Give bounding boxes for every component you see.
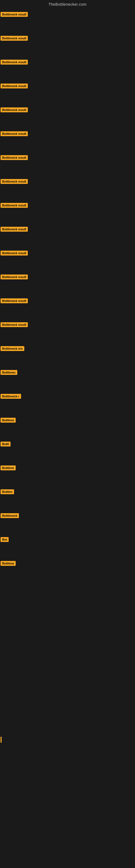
bottleneck-badge[interactable]: Bottleneck result	[1, 251, 28, 255]
list-item[interactable]: Bottleneck result	[1, 35, 135, 42]
bottleneck-badge[interactable]: Bottleneck result	[1, 107, 28, 112]
bottleneck-badge[interactable]: Bottlene	[1, 418, 16, 423]
list-item[interactable]: Bottlene	[1, 464, 135, 471]
list-item[interactable]: Bot	[1, 536, 135, 543]
bottleneck-badge[interactable]: Bottleneck result	[1, 131, 28, 136]
list-item[interactable]: Bottleneck result	[1, 202, 135, 209]
bottom-spacer	[0, 743, 135, 851]
list-item[interactable]: Bottleneck result	[1, 59, 135, 66]
bottleneck-badge[interactable]: Bottlene	[1, 561, 16, 566]
bottleneck-badge[interactable]: Bottleneck result	[1, 203, 28, 208]
list-item[interactable]: Bottleneck	[1, 512, 135, 519]
list-item[interactable]: Bottleneck result	[1, 273, 135, 280]
bottleneck-badge[interactable]: Bottleneck result	[1, 227, 28, 231]
small-indicator	[1, 737, 135, 743]
bottleneck-badge[interactable]: Bottleneck	[1, 513, 19, 518]
bottleneck-badge[interactable]: Bottleneck result	[1, 36, 28, 41]
list-item[interactable]: Bottl	[1, 440, 135, 447]
list-item[interactable]: Bottleneck res	[1, 345, 135, 352]
site-header: TheBottlenecker.com	[0, 0, 135, 8]
list-item[interactable]: Bottlenec	[1, 369, 135, 376]
list-item[interactable]: Bottlen	[1, 488, 135, 495]
list-item[interactable]: Bottleneck result	[1, 11, 135, 18]
bottleneck-badge[interactable]: Bottleneck r	[1, 394, 21, 399]
bottleneck-badge[interactable]: Bottleneck result	[1, 179, 28, 184]
bottleneck-badge[interactable]: Bottlen	[1, 489, 14, 494]
bottleneck-badge[interactable]: Bottleneck res	[1, 346, 24, 351]
bottleneck-list: Bottleneck result Bottleneck result Bott…	[0, 8, 135, 568]
list-item[interactable]: Bottleneck r	[1, 393, 135, 400]
list-item[interactable]: Bottleneck result	[1, 106, 135, 113]
list-item[interactable]: Bottleneck result	[1, 83, 135, 90]
bottleneck-badge[interactable]: Bottleneck result	[1, 299, 28, 303]
list-item[interactable]: Bottleneck result	[1, 250, 135, 257]
list-item[interactable]: Bottleneck result	[1, 297, 135, 304]
bottleneck-badge[interactable]: Bottlenec	[1, 370, 17, 375]
list-item[interactable]: Bottleneck result	[1, 321, 135, 328]
list-item[interactable]: Bottlene	[1, 560, 135, 567]
bottleneck-badge[interactable]: Bottleneck result	[1, 275, 28, 279]
bottleneck-badge[interactable]: Bottleneck result	[1, 12, 28, 17]
bottleneck-badge[interactable]: Bottlene	[1, 465, 16, 470]
bottleneck-badge[interactable]: Bottleneck result	[1, 155, 28, 160]
bottleneck-badge[interactable]: Bottleneck result	[1, 322, 28, 327]
list-item[interactable]: Bottlene	[1, 416, 135, 424]
bottleneck-badge[interactable]: Bot	[1, 537, 9, 542]
empty-area	[0, 568, 135, 731]
list-item[interactable]: Bottleneck result	[1, 154, 135, 161]
bottleneck-badge[interactable]: Bottleneck result	[1, 60, 28, 65]
list-item[interactable]: Bottleneck result	[1, 178, 135, 185]
bottleneck-badge[interactable]: Bottl	[1, 442, 10, 446]
site-title: TheBottlenecker.com	[48, 2, 86, 6]
list-item[interactable]: Bottleneck result	[1, 226, 135, 233]
list-item[interactable]: Bottleneck result	[1, 130, 135, 137]
bottleneck-badge[interactable]: Bottleneck result	[1, 84, 28, 88]
